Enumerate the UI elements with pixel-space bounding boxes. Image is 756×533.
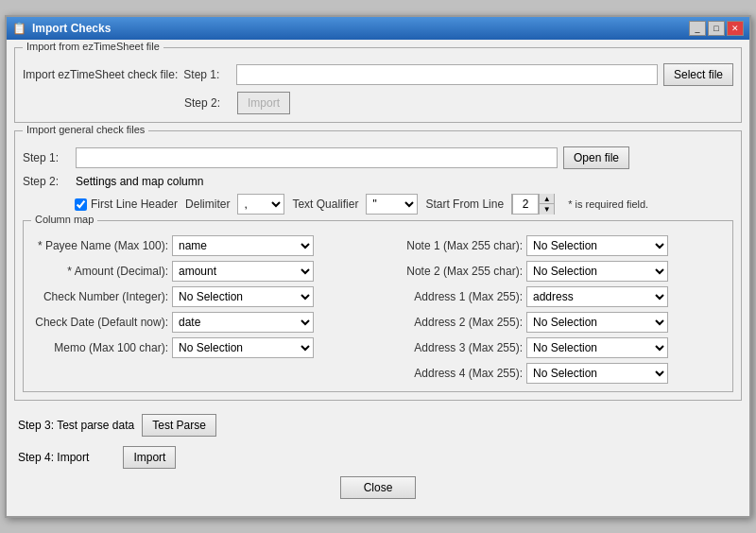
check-date-select[interactable]: date No Selection xyxy=(172,312,314,333)
field-row-memo: Memo (Max 100 char): No Selection memo xyxy=(31,337,370,358)
general-step2-text: Settings and map column xyxy=(76,175,203,188)
eztimesheet-file-input[interactable] xyxy=(236,64,658,85)
amount-label: * Amount (Decimal): xyxy=(31,265,168,278)
general-step2-label: Step 2: xyxy=(23,175,70,188)
address3-label: Address 3 (Max 255): xyxy=(386,341,523,354)
field-row-note1: Note 1 (Max 255 char): No Selection note… xyxy=(386,235,725,256)
window-body: Import from ezTimeSheet file Import ezTi… xyxy=(7,40,749,516)
delimiter-select[interactable]: , ; | Tab xyxy=(237,194,284,215)
select-file-button[interactable]: Select file xyxy=(663,63,733,86)
delimiter-label: Delimiter xyxy=(185,198,230,211)
check-number-select[interactable]: No Selection check_number xyxy=(172,286,314,307)
address4-label: Address 4 (Max 255): xyxy=(386,367,523,380)
column-map-box: Column map * Payee Name (Max 100): name … xyxy=(23,220,733,392)
field-row-address4: Address 4 (Max 255): No Selection addres… xyxy=(386,363,725,384)
first-line-header-checkbox[interactable] xyxy=(75,198,87,211)
address2-select[interactable]: No Selection address2 xyxy=(526,312,668,333)
eztimesheet-file-label: Import ezTimeSheet check file: xyxy=(23,68,178,81)
minimize-button[interactable]: _ xyxy=(689,21,706,36)
spinner-up-button[interactable]: ▲ xyxy=(539,194,554,204)
eztimesheet-step1-label: Step 1: xyxy=(183,68,231,81)
field-row-payee: * Payee Name (Max 100): name No Selectio… xyxy=(31,235,370,256)
eztimesheet-import-button[interactable]: Import xyxy=(237,92,290,114)
amount-select[interactable]: amount No Selection xyxy=(172,261,314,282)
step4-row: Step 4: Import Import xyxy=(18,446,738,469)
title-bar: 📋 Import Checks _ □ ✕ xyxy=(7,17,749,40)
general-check-group: Import general check files Step 1: C:\ch… xyxy=(14,130,742,401)
eztimesheet-step2-row: Step 2: Import xyxy=(23,92,733,114)
eztimesheet-group: Import from ezTimeSheet file Import ezTi… xyxy=(14,47,742,123)
field-row-address2: Address 2 (Max 255): No Selection addres… xyxy=(386,312,725,333)
first-line-header-label[interactable]: First Line Header xyxy=(75,198,178,211)
address4-select[interactable]: No Selection address4 xyxy=(526,363,668,384)
memo-select[interactable]: No Selection memo xyxy=(172,337,314,358)
settings-row: First Line Header Delimiter , ; | Tab Te… xyxy=(23,194,733,215)
field-row-address1: Address 1 (Max 255): address No Selectio… xyxy=(386,286,725,307)
eztimesheet-group-title: Import from ezTimeSheet file xyxy=(23,41,163,52)
text-qualifier-select[interactable]: " ' None xyxy=(366,194,418,215)
start-from-line-label: Start From Line xyxy=(425,198,504,211)
first-line-header-text: First Line Header xyxy=(91,198,178,211)
title-bar-left: 📋 Import Checks xyxy=(12,22,111,35)
start-from-line-spinner: 2 ▲ ▼ xyxy=(511,194,555,215)
general-check-group-title: Import general check files xyxy=(23,124,148,135)
note2-select[interactable]: No Selection note2 xyxy=(526,261,668,282)
check-date-label: Check Date (Default now): xyxy=(31,316,168,329)
payee-name-select[interactable]: name No Selection xyxy=(172,235,314,256)
test-parse-button[interactable]: Test Parse xyxy=(142,414,216,437)
general-file-input[interactable]: C:\chenxi_biz\documents\support\temp\che… xyxy=(76,147,558,168)
column-map-title: Column map xyxy=(31,214,97,225)
general-step2-row: Step 2: Settings and map column xyxy=(23,175,733,188)
general-step1-row: Step 1: C:\chenxi_biz\documents\support\… xyxy=(23,146,733,169)
columns-grid: * Payee Name (Max 100): name No Selectio… xyxy=(31,231,725,384)
required-note: * is required field. xyxy=(568,198,648,210)
spinner-down-button[interactable]: ▼ xyxy=(539,204,554,215)
window-title: Import Checks xyxy=(32,22,111,35)
open-file-button[interactable]: Open file xyxy=(563,146,629,169)
text-qualifier-label: Text Qualifier xyxy=(292,198,358,211)
address1-select[interactable]: address No Selection xyxy=(526,286,668,307)
field-row-check-date: Check Date (Default now): date No Select… xyxy=(31,312,370,333)
steps-section: Step 3: Test parse data Test Parse Step … xyxy=(14,408,742,469)
note1-select[interactable]: No Selection note1 xyxy=(526,235,668,256)
spinner-buttons: ▲ ▼ xyxy=(539,194,554,215)
title-controls: _ □ ✕ xyxy=(689,21,744,36)
right-fields: Note 1 (Max 255 char): No Selection note… xyxy=(386,231,725,384)
close-button[interactable]: Close xyxy=(340,476,416,499)
start-from-line-input[interactable]: 2 xyxy=(512,194,539,215)
field-row-note2: Note 2 (Max 255 char): No Selection note… xyxy=(386,261,725,282)
step3-label: Step 3: Test parse data xyxy=(18,419,134,432)
maximize-button[interactable]: □ xyxy=(708,21,725,36)
memo-label: Memo (Max 100 char): xyxy=(31,341,168,354)
eztimesheet-step2-label: Step 2: xyxy=(184,96,232,110)
import-checks-window: 📋 Import Checks _ □ ✕ Import from ezTime… xyxy=(5,15,751,518)
note1-label: Note 1 (Max 255 char): xyxy=(386,239,523,252)
eztimesheet-step1-row: Import ezTimeSheet check file: Step 1: S… xyxy=(23,63,733,86)
import-button[interactable]: Import xyxy=(123,446,176,469)
check-number-label: Check Number (Integer): xyxy=(31,290,168,303)
payee-name-label: * Payee Name (Max 100): xyxy=(31,239,168,252)
window-close-button[interactable]: ✕ xyxy=(727,21,744,36)
note2-label: Note 2 (Max 255 char): xyxy=(386,265,523,278)
field-row-address3: Address 3 (Max 255): No Selection addres… xyxy=(386,337,725,358)
general-step1-label: Step 1: xyxy=(23,151,70,164)
left-fields: * Payee Name (Max 100): name No Selectio… xyxy=(31,231,370,384)
address2-label: Address 2 (Max 255): xyxy=(386,316,523,329)
window-icon: 📋 xyxy=(12,22,26,35)
step4-label: Step 4: Import xyxy=(18,451,89,464)
step3-row: Step 3: Test parse data Test Parse xyxy=(18,414,738,437)
address1-label: Address 1 (Max 255): xyxy=(386,290,523,303)
field-row-check-number: Check Number (Integer): No Selection che… xyxy=(31,286,370,307)
address3-select[interactable]: No Selection address3 xyxy=(526,337,668,358)
window-footer: Close xyxy=(14,469,742,508)
field-row-amount: * Amount (Decimal): amount No Selection xyxy=(31,261,370,282)
